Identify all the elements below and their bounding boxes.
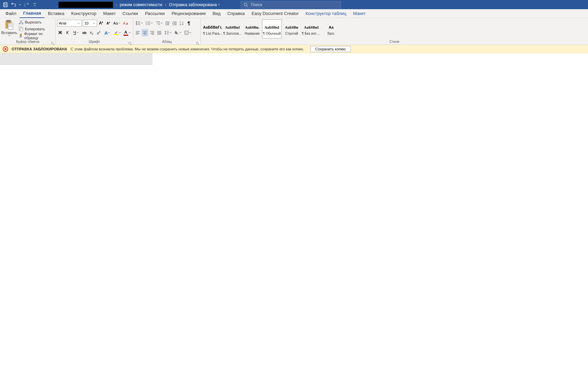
line-spacing-icon <box>164 30 169 35</box>
clear-formatting-button[interactable]: A◢ <box>122 20 128 27</box>
style-item-1[interactable]: АаБбВвІ¶ Заголов... <box>223 19 242 38</box>
tab-insert[interactable]: Вставка <box>45 9 68 18</box>
numbering-icon: 123 <box>146 21 150 25</box>
tab-help[interactable]: Справка <box>224 9 248 18</box>
undo-button[interactable] <box>10 1 17 8</box>
tab-references[interactable]: Ссылки <box>119 9 142 18</box>
save-copy-button[interactable]: Сохранить копию <box>310 46 351 52</box>
strikethrough-button[interactable]: ab <box>81 29 87 36</box>
svg-rect-8 <box>8 23 13 29</box>
multilevel-list-button[interactable] <box>154 20 163 27</box>
highlight-button[interactable] <box>113 29 121 36</box>
shrink-font-button[interactable]: A▾ <box>105 20 111 27</box>
document-area <box>0 53 588 365</box>
paragraph-launcher[interactable] <box>196 40 200 44</box>
underline-button[interactable]: Ч <box>71 29 80 36</box>
qat-customize[interactable] <box>31 1 38 8</box>
paint-bucket-icon <box>174 30 179 35</box>
clipboard-icon <box>5 20 14 30</box>
font-name-combo[interactable]: Arial <box>57 20 82 27</box>
bullets-button[interactable] <box>135 20 144 27</box>
tab-table-layout[interactable]: Макет <box>350 9 369 18</box>
style-item-6[interactable]: АаЗаго. <box>321 19 341 38</box>
redo-button[interactable] <box>23 1 30 8</box>
chevron-down-icon <box>77 32 79 33</box>
text-effects-button[interactable]: A <box>103 29 112 36</box>
grow-font-button[interactable]: A▴ <box>98 20 104 27</box>
tab-mailings[interactable]: Рассылки <box>142 9 168 18</box>
svg-point-23 <box>136 24 137 25</box>
font-color-button[interactable]: A <box>122 29 131 36</box>
warning-title: ОТПРАВКА ЗАБЛОКИРОВАНА <box>12 47 67 51</box>
undo-dropdown[interactable] <box>18 1 22 8</box>
italic-label: К <box>66 30 68 35</box>
group-label-font: Шрифт <box>56 40 133 45</box>
shading-button[interactable] <box>173 29 182 36</box>
change-case-button[interactable]: Aa <box>112 20 121 27</box>
style-name: Заго. <box>322 32 341 35</box>
borders-button[interactable] <box>183 29 192 36</box>
show-marks-button[interactable]: ¶ <box>186 20 192 27</box>
group-label-paragraph: Абзац <box>133 40 200 45</box>
subscript-button[interactable]: x2 <box>88 29 95 36</box>
increase-indent-button[interactable] <box>172 20 178 27</box>
align-left-button[interactable] <box>135 29 141 36</box>
search-input[interactable] <box>251 2 338 7</box>
upload-blocked-dropdown[interactable]: Отправка заблокирована <box>169 2 220 7</box>
font-launcher[interactable] <box>128 40 132 44</box>
justify-button[interactable] <box>156 29 162 36</box>
tab-file[interactable]: Файл <box>2 9 20 18</box>
compat-mode-label: режим совместимости <box>120 2 162 7</box>
svg-text:А: А <box>180 21 181 23</box>
group-font: Arial 10 A▴ A▾ Aa A◢ Ж К Ч ab <box>56 18 133 45</box>
decrease-indent-button[interactable] <box>164 20 170 27</box>
tab-home[interactable]: Главная <box>20 9 45 18</box>
style-item-0[interactable]: АаБбВвГг,¶ List Para... <box>203 19 223 38</box>
underline-label: Ч <box>74 30 76 35</box>
numbering-button[interactable]: 123 <box>145 20 153 27</box>
bold-label: Ж <box>59 30 62 35</box>
tab-layout[interactable]: Макет <box>100 9 119 18</box>
clipboard-launcher[interactable] <box>51 40 55 44</box>
chevron-down-icon <box>119 32 121 33</box>
search-box[interactable] <box>241 1 341 9</box>
document-page[interactable] <box>152 53 588 365</box>
tab-view[interactable]: Вид <box>209 9 224 18</box>
tab-design[interactable]: Конструктор <box>68 9 100 18</box>
style-item-4[interactable]: АаБбВвСтрогий <box>282 19 301 38</box>
align-right-button[interactable] <box>149 29 155 36</box>
bold-button[interactable]: Ж <box>57 29 63 36</box>
sort-button[interactable]: АЯ <box>179 20 185 27</box>
style-preview: Аа <box>329 23 333 32</box>
italic-button[interactable]: К <box>64 29 70 36</box>
chevron-down-icon <box>161 22 163 24</box>
tab-edc[interactable]: Easy Document Creator <box>248 9 302 18</box>
align-center-button[interactable] <box>142 29 148 36</box>
outdent-icon <box>165 21 170 25</box>
copy-button[interactable]: Копировать <box>18 26 54 32</box>
chevron-down-icon <box>8 35 11 36</box>
style-item-2[interactable]: АаБбВв.Название <box>242 19 262 38</box>
line-spacing-button[interactable] <box>163 29 172 36</box>
svg-rect-1 <box>4 3 6 4</box>
chevron-down-icon <box>189 32 191 33</box>
warning-bar: ОТПРАВКА ЗАБЛОКИРОВАНА С этим файлом воз… <box>0 45 588 53</box>
warning-message: С этим файлом возникла проблема. Мы не м… <box>71 47 304 51</box>
style-item-3[interactable]: АаБбВвІ¶ Обычный <box>262 19 282 38</box>
style-name: ¶ Заголов... <box>223 32 242 35</box>
save-button[interactable] <box>2 1 9 8</box>
tab-review[interactable]: Рецензирование <box>168 9 209 18</box>
paste-label: Вставить <box>1 31 17 35</box>
svg-text:Я: Я <box>180 23 181 26</box>
chevron-down-icon <box>129 32 131 33</box>
font-size-combo[interactable]: 10 <box>83 20 97 27</box>
tab-table-design[interactable]: Конструктор таблиц <box>302 9 350 18</box>
svg-rect-2 <box>4 5 7 7</box>
format-painter-button[interactable]: Формат по образцу <box>18 33 54 39</box>
cut-button[interactable]: Вырезать <box>18 19 54 25</box>
style-item-5[interactable]: АаБбВвІ¶ Без инте... <box>301 19 321 38</box>
superscript-button[interactable]: x2 <box>96 29 102 36</box>
paste-button[interactable]: Вставить <box>1 19 17 36</box>
document-name-redacted <box>59 2 113 8</box>
svg-rect-7 <box>7 20 10 22</box>
